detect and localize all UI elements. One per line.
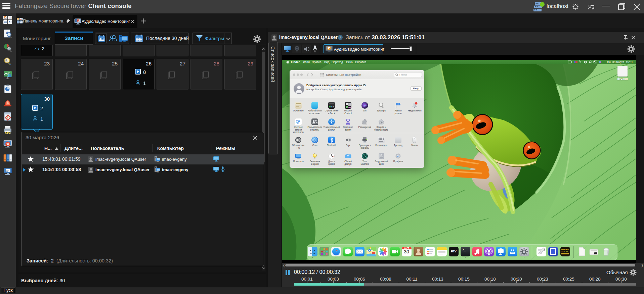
svg-text:17: 17 — [333, 156, 334, 158]
svg-text:!: ! — [7, 116, 8, 120]
